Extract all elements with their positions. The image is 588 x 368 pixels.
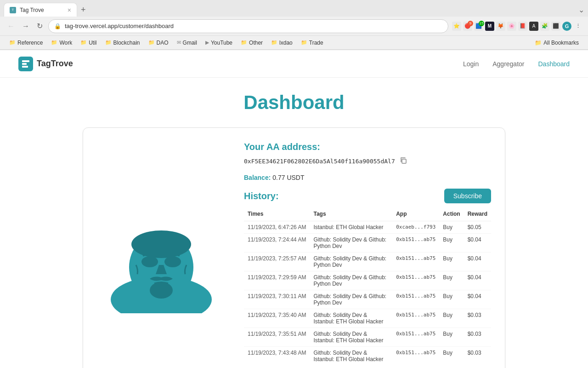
table-row: 11/19/2023, 7:35:51 AM Github: Solidity … [244, 328, 491, 347]
bookmark-label: Reference [17, 40, 43, 46]
cell-app: 0xcaeb...f793 [392, 221, 439, 234]
menu-button[interactable]: ⋮ [573, 22, 582, 31]
bookmark-util[interactable]: 📁 Util [77, 39, 100, 47]
col-reward: Reward [464, 209, 491, 221]
bookmark-trade[interactable]: 📁 Trade [297, 39, 327, 47]
tab-close-button[interactable]: × [68, 6, 71, 14]
avatar-section [97, 142, 226, 365]
ext-icon-5[interactable]: 🦊 [496, 22, 505, 31]
address-bar[interactable]: 🔒 tag-trove.vercel.app/customer/dashboar… [48, 19, 448, 33]
cell-app: 0xb151...ab75 [392, 309, 439, 328]
bookmark-label: Trade [309, 40, 323, 46]
ext-icon-4[interactable]: M [485, 22, 494, 31]
forward-button[interactable]: → [20, 20, 31, 32]
tab-favicon: T [10, 7, 16, 13]
table-row: 11/19/2023, 7:25:57 AM Github: Solidity … [244, 253, 491, 271]
reload-button[interactable]: ↻ [35, 20, 45, 32]
cell-app: 0xb151...ab75 [392, 234, 439, 253]
nav-login[interactable]: Login [463, 60, 479, 68]
col-app: App [392, 209, 439, 221]
bookmark-label: DAO [157, 40, 169, 46]
cell-action: Buy [439, 221, 464, 234]
bookmark-work[interactable]: 📁 Work [47, 39, 76, 47]
bookmark-label: lxdao [279, 40, 293, 46]
cell-time: 11/19/2023, 7:35:51 AM [244, 328, 310, 347]
cell-reward: $0.04 [464, 271, 491, 290]
logo-icon [18, 57, 33, 71]
nav-bar: ← → ↻ 🔒 tag-trove.vercel.app/customer/da… [0, 17, 588, 36]
svg-rect-0 [22, 60, 29, 62]
youtube-icon: ▶ [205, 40, 209, 46]
col-action: Action [439, 209, 464, 221]
ext-icon-10[interactable]: ⬛ [551, 22, 560, 31]
profile-icon[interactable]: G [562, 22, 571, 31]
svg-rect-10 [402, 159, 406, 163]
cell-time: 11/19/2023, 7:43:48 AM [244, 347, 310, 366]
logo: TagTrove [18, 57, 73, 71]
ext-icon-6[interactable]: 🌸 [507, 22, 516, 31]
cell-action: Buy [439, 328, 464, 347]
bookmark-youtube[interactable]: ▶ YouTube [202, 39, 236, 47]
dashboard-card: Your AA address: 0xF5EE34621F062802E6Da5… [83, 127, 505, 368]
cell-tags: Github: Solidity Dev & Github: Python De… [310, 234, 392, 253]
extension-icons: ⭐ 🔴 9 🟦 15 M 🦊 🌸 📕 A 🧩 ⬛ G ⋮ [452, 22, 582, 31]
bookmark-reference[interactable]: 📁 Reference [6, 39, 46, 47]
avatar-svg [97, 194, 226, 313]
cell-action: Buy [439, 290, 464, 309]
app-content: Dashboard [0, 78, 588, 368]
cell-tags: Github: Solidity Dev & Github: Python De… [310, 271, 392, 290]
folder-icon: 📁 [105, 40, 112, 46]
bookmark-gmail[interactable]: ✉ Gmail [173, 39, 201, 47]
nav-dashboard[interactable]: Dashboard [538, 60, 570, 68]
subscribe-button[interactable]: Subscribe [444, 189, 491, 203]
logo-text: TagTrove [37, 59, 73, 69]
bookmark-label: Work [59, 40, 72, 46]
nav-aggregator[interactable]: Aggregator [492, 60, 524, 68]
cell-reward: $0.03 [464, 328, 491, 347]
folder-icon: 📁 [51, 40, 57, 46]
cell-time: 11/19/2023, 6:47:26 AM [244, 221, 310, 234]
cell-time: 11/19/2023, 7:24:44 AM [244, 234, 310, 253]
ext-icon-2[interactable]: 🔴 9 [463, 22, 472, 31]
bookmark-blockchain[interactable]: 📁 Blockchain [102, 39, 144, 47]
history-table: Times Tags App Action Reward 11/19/2023,… [244, 209, 491, 365]
logo-svg [21, 59, 30, 69]
cell-reward: $0.04 [464, 290, 491, 309]
cell-reward: $0.05 [464, 221, 491, 234]
bookmark-lxdao[interactable]: 📁 lxdao [267, 39, 296, 47]
ext-icon-3[interactable]: 🟦 15 [474, 22, 483, 31]
table-row: 11/19/2023, 7:29:59 AM Github: Solidity … [244, 271, 491, 290]
ext-badge-2: 15 [479, 21, 484, 26]
bookmark-label: Gmail [183, 40, 197, 46]
bookmark-other[interactable]: 📁 Other [237, 39, 266, 47]
bookmark-label: Blockchain [113, 40, 140, 46]
window-maximize-button[interactable]: ⌄ [578, 6, 584, 14]
lock-icon: 🔒 [54, 23, 61, 29]
history-label: History: [244, 191, 279, 201]
bookmark-dao[interactable]: 📁 DAO [145, 39, 172, 47]
table-row: 11/19/2023, 6:47:26 AM Istanbul: ETH Glo… [244, 221, 491, 234]
table-row: 11/19/2023, 7:43:48 AM Github: Solidity … [244, 347, 491, 366]
folder-icon: 📁 [535, 40, 542, 46]
all-bookmarks-button[interactable]: 📁 All Bookmarks [531, 39, 582, 47]
ext-icon-8[interactable]: A [529, 22, 538, 31]
bookmark-label: Util [89, 40, 96, 46]
aa-label: Your AA address: [244, 142, 491, 152]
copy-icon [400, 157, 407, 164]
active-tab[interactable]: T Tag Trove × [4, 3, 77, 17]
new-tab-button[interactable]: + [77, 5, 90, 15]
cell-time: 11/19/2023, 7:35:40 AM [244, 309, 310, 328]
copy-address-button[interactable] [399, 156, 408, 167]
folder-icon: 📁 [9, 40, 16, 46]
cell-time: 11/19/2023, 7:25:57 AM [244, 253, 310, 271]
page-title: Dashboard [18, 92, 570, 114]
table-row: 11/19/2023, 7:30:11 AM Github: Solidity … [244, 290, 491, 309]
ext-icon-1[interactable]: ⭐ [452, 22, 461, 31]
ext-icon-7[interactable]: 📕 [518, 22, 527, 31]
bookmarks-bar: 📁 Reference 📁 Work 📁 Util 📁 Blockchain 📁… [0, 36, 588, 50]
ext-icon-9[interactable]: 🧩 [540, 22, 549, 31]
cell-tags: Github: Solidity Dev & Istanbul: ETH Glo… [310, 309, 392, 328]
col-times: Times [244, 209, 310, 221]
back-button[interactable]: ← [6, 20, 17, 32]
ext-badge: 9 [468, 21, 473, 26]
